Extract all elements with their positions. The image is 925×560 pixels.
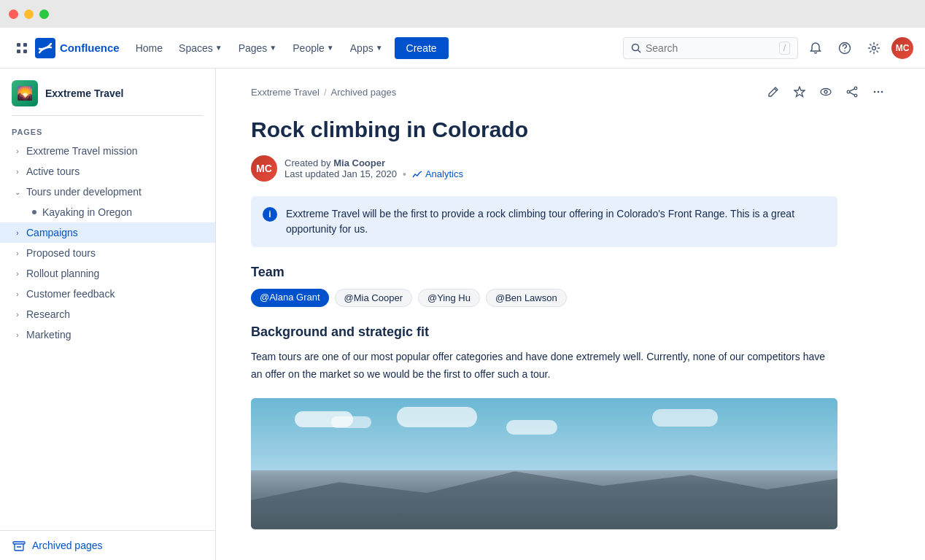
search-input[interactable] [646, 42, 775, 54]
author-row: MC Created by Mia Cooper Last updated Ja… [251, 155, 837, 182]
eye-icon [820, 86, 832, 98]
svg-rect-0 [17, 43, 20, 47]
svg-point-14 [821, 89, 831, 96]
sidebar: 🌄 Exxtreme Travel PAGES › Exxtreme Trave… [0, 69, 216, 560]
info-text: Exxtreme Travel will be the first to pro… [286, 206, 826, 237]
breadcrumb-separator: / [324, 87, 327, 98]
search-shortcut: / [779, 42, 790, 55]
breadcrumb-space-link[interactable]: Exxtreme Travel [251, 87, 320, 98]
author-name: Mia Cooper [333, 158, 385, 168]
chevron-down-icon: ⌄ [12, 186, 23, 198]
gear-icon [867, 42, 881, 55]
star-button[interactable] [788, 80, 811, 104]
sidebar-item-research[interactable]: › Research [0, 304, 215, 324]
sidebar-item-tours-dev[interactable]: ⌄ Tours under development [0, 182, 215, 202]
pages-chevron-icon: ▼ [269, 44, 276, 52]
analytics-link[interactable]: Analytics [412, 168, 463, 179]
svg-point-8 [844, 50, 845, 52]
sidebar-item-rollout[interactable]: › Rollout planning [0, 263, 215, 284]
share-button[interactable] [840, 80, 864, 104]
team-tag-ben[interactable]: @Ben Lawson [486, 289, 567, 307]
sidebar-item-label: Rollout planning [26, 268, 204, 279]
author-avatar: MC [251, 155, 277, 182]
more-actions-button[interactable] [867, 80, 890, 104]
nav-apps[interactable]: Apps ▼ [343, 38, 390, 58]
author-avatar-img: MC [251, 155, 277, 182]
team-tag-alana[interactable]: @Alana Grant [251, 289, 329, 307]
info-icon: i [263, 207, 277, 222]
archived-pages-link[interactable]: Archived pages [0, 531, 215, 560]
page-content: Rock climbing in Colorado MC Created by … [216, 109, 872, 560]
cloud-3 [397, 407, 477, 427]
breadcrumb: Exxtreme Travel / Archived pages [251, 87, 396, 98]
create-button[interactable]: Create [395, 37, 449, 59]
sidebar-item-kayaking[interactable]: Kayaking in Oregon [15, 202, 215, 222]
sidebar-item-label: Kayaking in Oregon [42, 206, 204, 218]
page-toolbar [762, 80, 890, 104]
svg-point-21 [874, 91, 876, 93]
people-chevron-icon: ▼ [327, 44, 334, 52]
background-heading: Background and strategic fit [251, 324, 837, 340]
chevron-right-icon: › [12, 288, 23, 300]
dot-icon [32, 210, 36, 214]
sidebar-item-campaigns[interactable]: › Campaigns [0, 222, 215, 243]
cloud-4 [506, 420, 557, 435]
chevron-right-icon: › [12, 329, 23, 341]
svg-rect-2 [17, 50, 20, 53]
edit-button[interactable] [762, 80, 785, 104]
svg-point-5 [632, 44, 639, 50]
nav-right: / MC [623, 36, 913, 60]
author-info: Created by Mia Cooper Last updated Jan 1… [285, 158, 463, 180]
search-box[interactable]: / [623, 37, 798, 59]
nav-spaces[interactable]: Spaces ▼ [171, 38, 230, 58]
sky-layer [251, 398, 837, 470]
space-icon: 🌄 [12, 80, 38, 106]
nav-people[interactable]: People ▼ [285, 38, 341, 58]
search-icon [631, 43, 641, 53]
ellipsis-icon [872, 86, 884, 98]
sidebar-item-active-tours[interactable]: › Active tours [0, 161, 215, 182]
team-tag-ying[interactable]: @Ying Hu [418, 289, 480, 307]
last-updated-text: Last updated Jan 15, 2020 [285, 168, 397, 179]
nav-home[interactable]: Home [128, 38, 170, 58]
svg-point-18 [854, 94, 857, 97]
star-icon [794, 86, 805, 98]
settings-button[interactable] [862, 36, 886, 60]
space-name: Exxtreme Travel [45, 88, 123, 99]
archived-label: Archived pages [32, 540, 103, 551]
last-updated-row: Last updated Jan 15, 2020 • Analytics [285, 168, 463, 180]
sidebar-item-proposed[interactable]: › Proposed tours [0, 243, 215, 263]
chevron-right-icon: › [12, 166, 23, 177]
archive-icon [12, 538, 26, 553]
close-button[interactable] [9, 9, 18, 19]
background-text: Team tours are one of our most popular o… [251, 349, 837, 384]
info-panel: i Exxtreme Travel will be the first to p… [251, 196, 837, 247]
author-created-line: Created by Mia Cooper [285, 158, 463, 168]
titlebar [0, 0, 925, 28]
nav-pages[interactable]: Pages ▼ [231, 38, 285, 58]
confluence-logo[interactable]: Confluence [35, 38, 120, 58]
watch-button[interactable] [814, 80, 837, 104]
fullscreen-button[interactable] [39, 9, 49, 19]
sidebar-item-label: Campaigns [26, 227, 204, 238]
chevron-right-icon: › [12, 227, 23, 238]
svg-point-16 [854, 87, 857, 90]
user-avatar[interactable]: MC [891, 37, 913, 59]
sidebar-item-marketing[interactable]: › Marketing [0, 324, 215, 345]
svg-point-22 [878, 91, 880, 93]
notifications-button[interactable] [804, 36, 827, 60]
mountain-image [251, 398, 837, 529]
minimize-button[interactable] [24, 9, 34, 19]
breadcrumb-page: Archived pages [331, 87, 397, 98]
sidebar-item-label: Exxtreme Travel mission [26, 145, 204, 157]
sidebar-item-customer-feedback[interactable]: › Customer feedback [0, 284, 215, 304]
space-header: 🌄 Exxtreme Travel [0, 69, 215, 115]
help-button[interactable] [833, 36, 856, 60]
team-tag-mia[interactable]: @Mia Cooper [335, 289, 412, 307]
sidebar-item-mission[interactable]: › Exxtreme Travel mission [0, 141, 215, 161]
bell-icon [809, 42, 822, 55]
apps-grid-icon[interactable] [12, 38, 32, 58]
pages-section-label: PAGES [0, 122, 215, 141]
chevron-right-icon: › [12, 308, 23, 320]
chevron-right-icon: › [12, 145, 23, 157]
